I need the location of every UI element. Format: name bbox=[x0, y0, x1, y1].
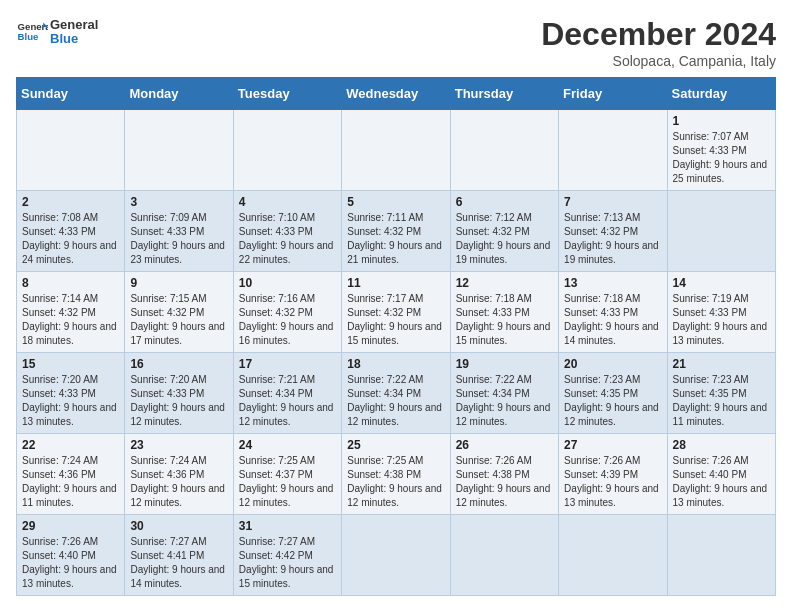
day-number: 6 bbox=[456, 195, 553, 209]
calendar-cell: 5Sunrise: 7:11 AMSunset: 4:32 PMDaylight… bbox=[342, 191, 450, 272]
day-info: Sunrise: 7:23 AMSunset: 4:35 PMDaylight:… bbox=[673, 373, 770, 429]
calendar-cell bbox=[667, 515, 775, 596]
day-info: Sunrise: 7:21 AMSunset: 4:34 PMDaylight:… bbox=[239, 373, 336, 429]
calendar-cell: 21Sunrise: 7:23 AMSunset: 4:35 PMDayligh… bbox=[667, 353, 775, 434]
calendar-week-row: 29Sunrise: 7:26 AMSunset: 4:40 PMDayligh… bbox=[17, 515, 776, 596]
calendar-cell: 19Sunrise: 7:22 AMSunset: 4:34 PMDayligh… bbox=[450, 353, 558, 434]
calendar-cell: 17Sunrise: 7:21 AMSunset: 4:34 PMDayligh… bbox=[233, 353, 341, 434]
calendar-cell: 11Sunrise: 7:17 AMSunset: 4:32 PMDayligh… bbox=[342, 272, 450, 353]
day-number: 8 bbox=[22, 276, 119, 290]
calendar-cell: 22Sunrise: 7:24 AMSunset: 4:36 PMDayligh… bbox=[17, 434, 125, 515]
day-number: 5 bbox=[347, 195, 444, 209]
day-info: Sunrise: 7:23 AMSunset: 4:35 PMDaylight:… bbox=[564, 373, 661, 429]
calendar-cell bbox=[342, 515, 450, 596]
header-saturday: Saturday bbox=[667, 78, 775, 110]
calendar-cell bbox=[667, 191, 775, 272]
header-thursday: Thursday bbox=[450, 78, 558, 110]
calendar-cell: 13Sunrise: 7:18 AMSunset: 4:33 PMDayligh… bbox=[559, 272, 667, 353]
day-info: Sunrise: 7:26 AMSunset: 4:39 PMDaylight:… bbox=[564, 454, 661, 510]
calendar-cell bbox=[450, 515, 558, 596]
day-info: Sunrise: 7:25 AMSunset: 4:37 PMDaylight:… bbox=[239, 454, 336, 510]
calendar-cell bbox=[342, 110, 450, 191]
calendar-cell: 29Sunrise: 7:26 AMSunset: 4:40 PMDayligh… bbox=[17, 515, 125, 596]
calendar-week-row: 8Sunrise: 7:14 AMSunset: 4:32 PMDaylight… bbox=[17, 272, 776, 353]
day-number: 4 bbox=[239, 195, 336, 209]
day-number: 9 bbox=[130, 276, 227, 290]
day-info: Sunrise: 7:12 AMSunset: 4:32 PMDaylight:… bbox=[456, 211, 553, 267]
day-number: 27 bbox=[564, 438, 661, 452]
day-number: 16 bbox=[130, 357, 227, 371]
calendar-cell: 26Sunrise: 7:26 AMSunset: 4:38 PMDayligh… bbox=[450, 434, 558, 515]
calendar-cell: 2Sunrise: 7:08 AMSunset: 4:33 PMDaylight… bbox=[17, 191, 125, 272]
day-info: Sunrise: 7:10 AMSunset: 4:33 PMDaylight:… bbox=[239, 211, 336, 267]
day-info: Sunrise: 7:20 AMSunset: 4:33 PMDaylight:… bbox=[22, 373, 119, 429]
day-info: Sunrise: 7:15 AMSunset: 4:32 PMDaylight:… bbox=[130, 292, 227, 348]
day-number: 25 bbox=[347, 438, 444, 452]
day-info: Sunrise: 7:27 AMSunset: 4:41 PMDaylight:… bbox=[130, 535, 227, 591]
day-info: Sunrise: 7:26 AMSunset: 4:38 PMDaylight:… bbox=[456, 454, 553, 510]
header-sunday: Sunday bbox=[17, 78, 125, 110]
day-number: 13 bbox=[564, 276, 661, 290]
day-number: 23 bbox=[130, 438, 227, 452]
day-number: 3 bbox=[130, 195, 227, 209]
calendar-cell: 14Sunrise: 7:19 AMSunset: 4:33 PMDayligh… bbox=[667, 272, 775, 353]
calendar-cell: 27Sunrise: 7:26 AMSunset: 4:39 PMDayligh… bbox=[559, 434, 667, 515]
day-number: 15 bbox=[22, 357, 119, 371]
day-number: 31 bbox=[239, 519, 336, 533]
calendar-body: 1Sunrise: 7:07 AMSunset: 4:33 PMDaylight… bbox=[17, 110, 776, 596]
calendar-cell bbox=[559, 110, 667, 191]
calendar-title: December 2024 bbox=[541, 16, 776, 53]
day-info: Sunrise: 7:18 AMSunset: 4:33 PMDaylight:… bbox=[456, 292, 553, 348]
day-number: 2 bbox=[22, 195, 119, 209]
calendar-subtitle: Solopaca, Campania, Italy bbox=[541, 53, 776, 69]
day-number: 12 bbox=[456, 276, 553, 290]
calendar-cell bbox=[450, 110, 558, 191]
day-info: Sunrise: 7:07 AMSunset: 4:33 PMDaylight:… bbox=[673, 130, 770, 186]
day-number: 22 bbox=[22, 438, 119, 452]
calendar-cell: 28Sunrise: 7:26 AMSunset: 4:40 PMDayligh… bbox=[667, 434, 775, 515]
day-number: 18 bbox=[347, 357, 444, 371]
calendar-cell: 3Sunrise: 7:09 AMSunset: 4:33 PMDaylight… bbox=[125, 191, 233, 272]
calendar-cell: 31Sunrise: 7:27 AMSunset: 4:42 PMDayligh… bbox=[233, 515, 341, 596]
calendar-cell: 7Sunrise: 7:13 AMSunset: 4:32 PMDaylight… bbox=[559, 191, 667, 272]
day-info: Sunrise: 7:26 AMSunset: 4:40 PMDaylight:… bbox=[673, 454, 770, 510]
calendar-cell: 20Sunrise: 7:23 AMSunset: 4:35 PMDayligh… bbox=[559, 353, 667, 434]
title-block: December 2024 Solopaca, Campania, Italy bbox=[541, 16, 776, 69]
calendar-cell: 10Sunrise: 7:16 AMSunset: 4:32 PMDayligh… bbox=[233, 272, 341, 353]
calendar-cell: 24Sunrise: 7:25 AMSunset: 4:37 PMDayligh… bbox=[233, 434, 341, 515]
page-header: General Blue General Blue December 2024 … bbox=[16, 16, 776, 69]
logo-line2: Blue bbox=[50, 32, 98, 46]
calendar-cell: 12Sunrise: 7:18 AMSunset: 4:33 PMDayligh… bbox=[450, 272, 558, 353]
calendar-cell bbox=[125, 110, 233, 191]
day-info: Sunrise: 7:24 AMSunset: 4:36 PMDaylight:… bbox=[130, 454, 227, 510]
logo-line1: General bbox=[50, 18, 98, 32]
calendar-cell: 23Sunrise: 7:24 AMSunset: 4:36 PMDayligh… bbox=[125, 434, 233, 515]
calendar-cell: 25Sunrise: 7:25 AMSunset: 4:38 PMDayligh… bbox=[342, 434, 450, 515]
day-info: Sunrise: 7:24 AMSunset: 4:36 PMDaylight:… bbox=[22, 454, 119, 510]
day-number: 19 bbox=[456, 357, 553, 371]
day-number: 14 bbox=[673, 276, 770, 290]
day-info: Sunrise: 7:11 AMSunset: 4:32 PMDaylight:… bbox=[347, 211, 444, 267]
calendar-cell: 15Sunrise: 7:20 AMSunset: 4:33 PMDayligh… bbox=[17, 353, 125, 434]
day-number: 17 bbox=[239, 357, 336, 371]
day-number: 26 bbox=[456, 438, 553, 452]
logo: General Blue General Blue bbox=[16, 16, 98, 48]
header-monday: Monday bbox=[125, 78, 233, 110]
day-info: Sunrise: 7:25 AMSunset: 4:38 PMDaylight:… bbox=[347, 454, 444, 510]
header-wednesday: Wednesday bbox=[342, 78, 450, 110]
day-info: Sunrise: 7:17 AMSunset: 4:32 PMDaylight:… bbox=[347, 292, 444, 348]
calendar-cell: 8Sunrise: 7:14 AMSunset: 4:32 PMDaylight… bbox=[17, 272, 125, 353]
calendar-table: Sunday Monday Tuesday Wednesday Thursday… bbox=[16, 77, 776, 596]
calendar-cell: 6Sunrise: 7:12 AMSunset: 4:32 PMDaylight… bbox=[450, 191, 558, 272]
day-info: Sunrise: 7:19 AMSunset: 4:33 PMDaylight:… bbox=[673, 292, 770, 348]
calendar-cell: 4Sunrise: 7:10 AMSunset: 4:33 PMDaylight… bbox=[233, 191, 341, 272]
day-info: Sunrise: 7:22 AMSunset: 4:34 PMDaylight:… bbox=[347, 373, 444, 429]
logo-icon: General Blue bbox=[16, 16, 48, 48]
day-info: Sunrise: 7:09 AMSunset: 4:33 PMDaylight:… bbox=[130, 211, 227, 267]
calendar-cell: 1Sunrise: 7:07 AMSunset: 4:33 PMDaylight… bbox=[667, 110, 775, 191]
day-number: 30 bbox=[130, 519, 227, 533]
calendar-week-row: 1Sunrise: 7:07 AMSunset: 4:33 PMDaylight… bbox=[17, 110, 776, 191]
calendar-cell: 18Sunrise: 7:22 AMSunset: 4:34 PMDayligh… bbox=[342, 353, 450, 434]
day-number: 7 bbox=[564, 195, 661, 209]
calendar-cell: 30Sunrise: 7:27 AMSunset: 4:41 PMDayligh… bbox=[125, 515, 233, 596]
